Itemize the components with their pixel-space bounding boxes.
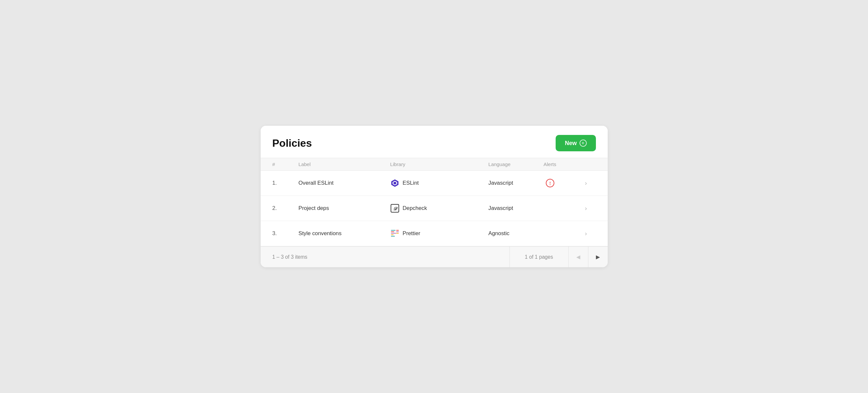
next-page-button[interactable]: ▶ <box>588 247 608 267</box>
col-alerts-header: Alerts <box>524 161 576 167</box>
policies-card: Policies New + # Label Library Language … <box>260 126 608 267</box>
library-name: ESLint <box>403 180 419 186</box>
svg-rect-8 <box>391 232 394 233</box>
prettier-icon <box>390 229 399 238</box>
svg-text:!: ! <box>549 181 551 186</box>
row-library: ESLint <box>390 179 489 188</box>
page-title: Policies <box>272 137 312 149</box>
next-page-icon: ▶ <box>596 254 600 260</box>
row-label: Overall ESLint <box>299 180 390 186</box>
library-name: Prettier <box>403 230 421 237</box>
row-alerts: ! <box>524 179 576 188</box>
svg-rect-9 <box>391 233 396 234</box>
col-action-header <box>576 161 596 167</box>
eslint-icon <box>390 179 399 188</box>
policies-table: # Label Library Language Alerts 1. Overa… <box>260 158 608 246</box>
library-name: Depcheck <box>403 205 427 212</box>
page-header: Policies New + <box>260 126 608 158</box>
alert-circle-icon: ! <box>546 179 555 188</box>
row-language: Agnostic <box>489 230 524 237</box>
row-library: Prettier <box>390 229 489 238</box>
row-language: Javascript <box>489 180 524 186</box>
svg-rect-13 <box>396 232 399 233</box>
table-footer: 1 – 3 of 3 items 1 of 1 pages ◀ ▶ <box>260 246 608 267</box>
row-label: Style conventions <box>299 230 390 237</box>
row-chevron-icon: › <box>576 205 596 212</box>
svg-rect-11 <box>391 236 395 237</box>
new-button[interactable]: New + <box>556 135 596 151</box>
table-header: # Label Library Language Alerts <box>260 158 608 171</box>
svg-rect-14 <box>396 233 399 234</box>
row-number: 3. <box>272 230 299 237</box>
prev-page-button[interactable]: ◀ <box>568 247 588 267</box>
plus-circle-icon: + <box>580 140 587 147</box>
svg-rect-10 <box>391 235 394 236</box>
footer-pages-count: 1 of 1 pages <box>509 247 568 267</box>
depcheck-icon: 𝒟 <box>390 204 399 213</box>
row-chevron-icon: › <box>576 230 596 237</box>
footer-items-count: 1 – 3 of 3 items <box>260 247 509 267</box>
row-number: 2. <box>272 205 299 212</box>
col-language-header: Language <box>489 161 524 167</box>
col-label-header: Label <box>299 161 390 167</box>
table-row[interactable]: 3. Style conventions Prettier Agnostic <box>260 221 608 246</box>
row-language: Javascript <box>489 205 524 212</box>
table-row[interactable]: 2. Project deps 𝒟 Depcheck Javascript › <box>260 196 608 221</box>
svg-rect-7 <box>391 230 396 231</box>
row-number: 1. <box>272 180 299 186</box>
new-button-label: New <box>565 140 577 147</box>
table-row[interactable]: 1. Overall ESLint ESLint Javascript ! <box>260 171 608 196</box>
row-library: 𝒟 Depcheck <box>390 204 489 213</box>
col-library-header: Library <box>390 161 489 167</box>
row-label: Project deps <box>299 205 390 212</box>
svg-rect-12 <box>396 230 399 231</box>
prev-page-icon: ◀ <box>576 254 580 260</box>
row-chevron-icon: › <box>576 180 596 187</box>
col-number-header: # <box>272 161 299 167</box>
